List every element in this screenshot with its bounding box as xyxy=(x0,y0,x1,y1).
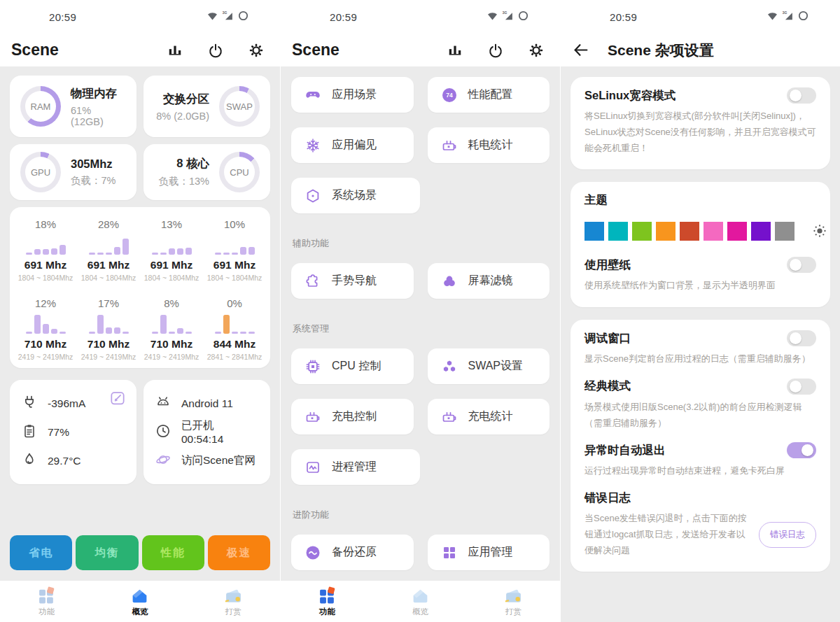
android-version: Android 11 xyxy=(181,397,233,410)
autoexit-toggle[interactable] xyxy=(787,442,816,458)
profile-button[interactable]: 均衡 xyxy=(76,535,138,570)
button-app-bias[interactable]: 应用偏见 xyxy=(291,127,414,163)
gpu-card[interactable]: GPU 305Mhz 负载：7% xyxy=(10,144,136,200)
wallpaper-toggle[interactable] xyxy=(787,257,816,273)
button-backup-restore[interactable]: 备份还原 xyxy=(291,535,414,570)
svg-text:3G: 3G xyxy=(223,11,227,15)
theme-swatch[interactable] xyxy=(751,222,771,241)
theme-swatch[interactable] xyxy=(656,222,676,241)
ram-ring-label: RAM xyxy=(25,91,56,122)
theme-swatch[interactable] xyxy=(727,222,747,241)
battery-card[interactable]: -396mA 77% 29.7°C xyxy=(10,380,136,484)
nav-item-overview[interactable]: 概览 xyxy=(93,586,186,617)
core-bar xyxy=(43,324,49,334)
svg-text:74: 74 xyxy=(446,92,453,99)
stats-icon[interactable] xyxy=(447,43,463,58)
button-charge-control[interactable]: 充电控制 xyxy=(291,399,414,434)
snowflake-icon xyxy=(304,137,321,154)
back-icon[interactable] xyxy=(572,41,589,59)
core-bar xyxy=(34,315,41,334)
core-frequency-range: 1804 ~ 1804Mhz xyxy=(140,274,203,282)
core-bar xyxy=(51,248,57,255)
selinux-toggle[interactable] xyxy=(787,87,816,104)
core-load: 17% xyxy=(77,297,140,309)
planet-icon xyxy=(155,451,172,471)
core-load: 18% xyxy=(14,218,77,230)
stats-icon[interactable] xyxy=(167,43,183,58)
profile-button[interactable]: 省电 xyxy=(10,535,72,570)
core-bar xyxy=(223,253,230,255)
button-power-stats[interactable]: 耗电统计 xyxy=(428,127,550,163)
gear-icon[interactable] xyxy=(528,43,544,58)
gear-icon[interactable] xyxy=(248,43,264,58)
battery-circle-icon xyxy=(517,10,529,24)
power-icon[interactable] xyxy=(208,43,223,58)
wallpaper-desc: 使用系统壁纸作为窗口背景，显示为半透明界面 xyxy=(584,278,816,294)
nav-item-overview[interactable]: 概览 xyxy=(374,586,467,617)
cpu-cores-card[interactable]: 18%691 Mhz1804 ~ 1804Mhz28%691 Mhz1804 ~… xyxy=(10,207,270,368)
app-bar: Scene 杂项设置 xyxy=(561,34,840,66)
misc-card: 调试窗口 显示Scene判定前台应用过程的日志（需重启辅助服务） 经典模式 场景… xyxy=(570,320,830,572)
nav-item-donate[interactable]: 打赏 xyxy=(467,586,560,617)
website-link[interactable]: 访问Scene官网 xyxy=(155,446,259,475)
profile-button[interactable]: 性能 xyxy=(142,535,204,570)
battery-charge-icon xyxy=(441,409,458,425)
nav-item-functions[interactable]: 功能 xyxy=(0,586,93,617)
nav-label: 功能 xyxy=(319,607,335,617)
core-bar xyxy=(122,332,129,334)
button-app-mgmt[interactable]: 应用管理 xyxy=(428,535,550,570)
core-frequency-range: 2841 ~ 2841Mhz xyxy=(203,353,266,361)
theme-swatch[interactable] xyxy=(632,222,652,241)
panel-functions: 20:59 3G Scene 应用场景 74 性能配置 应用偏见 xyxy=(280,0,560,622)
nav-item-donate[interactable]: 打赏 xyxy=(187,586,280,617)
button-sys-scene[interactable]: 系统场景 xyxy=(291,178,420,213)
wallpaper-title: 使用壁纸 xyxy=(584,257,631,273)
chip-icon xyxy=(304,358,321,375)
classic-toggle[interactable] xyxy=(787,379,816,395)
cellular-3g-icon: 3G xyxy=(502,10,514,24)
button-app-scene[interactable]: 应用场景 xyxy=(291,77,414,113)
edit-icon[interactable] xyxy=(108,389,127,410)
button-cpu-control[interactable]: CPU 控制 xyxy=(291,348,414,384)
core-bar xyxy=(215,332,221,334)
cpu-core-cell: 10%691 Mhz1804 ~ 1804Mhz xyxy=(203,218,266,282)
button-process-mgmt[interactable]: 进程管理 xyxy=(291,449,420,485)
core-load-bars xyxy=(77,313,140,334)
selinux-card: SeLinux宽容模式 将SELinux切换到宽容模式(部分软件叫[关闭Seli… xyxy=(570,77,830,169)
theme-swatch[interactable] xyxy=(680,222,699,241)
profile-button[interactable]: 极速 xyxy=(208,535,270,570)
power-icon[interactable] xyxy=(488,43,503,58)
system-card[interactable]: Android 11 已开机 00:54:14 访问Scene官网 xyxy=(144,380,270,484)
bottom-nav: 功能 概览 打赏 xyxy=(0,581,280,622)
theme-swatch[interactable] xyxy=(584,222,604,241)
sun-icon[interactable] xyxy=(811,222,828,239)
theme-swatch[interactable] xyxy=(608,222,628,241)
core-load-bars xyxy=(203,313,266,334)
button-charge-stats[interactable]: 充电统计 xyxy=(428,399,550,434)
theme-swatch[interactable] xyxy=(775,222,794,241)
swap-card[interactable]: SWAP 交换分区 8% (2.0GB) xyxy=(144,76,270,137)
button-gesture-nav[interactable]: 手势导航 xyxy=(291,263,414,299)
core-frequency: 710 Mhz xyxy=(140,338,203,351)
nav-item-functions[interactable]: 功能 xyxy=(281,586,374,617)
battery-circle-icon xyxy=(237,10,249,24)
house-icon xyxy=(130,586,149,605)
core-bar xyxy=(152,253,158,255)
battery-current: -396mA xyxy=(48,397,85,410)
uptime-clock-icon xyxy=(155,423,172,442)
ram-value: 61% (12GB) xyxy=(71,105,126,127)
errorlog-button[interactable]: 错误日志 xyxy=(759,522,816,548)
button-screen-filter[interactable]: 屏幕滤镜 xyxy=(428,263,550,299)
battery-temp: 29.7°C xyxy=(48,455,81,467)
core-bar xyxy=(160,315,167,334)
button-perf-config[interactable]: 74 性能配置 xyxy=(428,77,550,113)
nav-label: 概览 xyxy=(412,607,428,617)
android-icon xyxy=(155,394,172,414)
button-swap-settings[interactable]: SWAP设置 xyxy=(428,348,550,384)
ram-card[interactable]: RAM 物理内存 61% (12GB) xyxy=(10,76,136,137)
core-bar xyxy=(59,332,66,334)
theme-swatch[interactable] xyxy=(704,222,723,241)
cpu-card[interactable]: CPU 8 核心 负载：13% xyxy=(144,144,270,200)
debug-toggle[interactable] xyxy=(787,330,816,346)
backup-icon xyxy=(304,544,321,561)
